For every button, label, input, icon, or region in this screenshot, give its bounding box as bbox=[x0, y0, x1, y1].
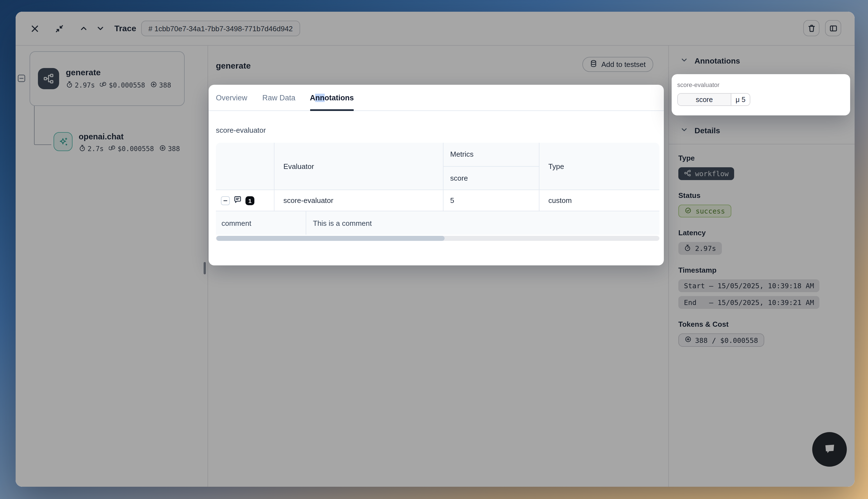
header-actions-column bbox=[216, 143, 274, 190]
header-metrics: Metrics score bbox=[443, 143, 539, 190]
row-actions-cell: 1 bbox=[216, 190, 274, 211]
row-score-cell: 5 bbox=[443, 190, 539, 211]
comment-value-cell: This is a comment bbox=[306, 211, 659, 235]
horizontal-scrollbar[interactable] bbox=[216, 236, 659, 241]
annotations-tab-content: score-evaluator Evaluator Metrics score … bbox=[209, 111, 664, 241]
table-row: 1 score-evaluator 5 custom bbox=[216, 190, 659, 211]
scrollbar-thumb[interactable] bbox=[216, 236, 445, 241]
header-evaluator: Evaluator bbox=[274, 143, 443, 190]
row-type-cell: custom bbox=[539, 190, 659, 211]
comment-label-cell: comment bbox=[216, 211, 306, 235]
trace-window: Trace # 1cbb70e7-34a1-7bb7-3498-771b7d46… bbox=[16, 12, 855, 487]
comment-count-badge[interactable]: 1 bbox=[245, 196, 254, 205]
annotation-evaluator-name: score-evaluator bbox=[677, 82, 845, 88]
stage: Trace # 1cbb70e7-34a1-7bb7-3498-771b7d46… bbox=[0, 0, 868, 499]
tab-overview[interactable]: Overview bbox=[216, 85, 248, 110]
span-tabs-card: Overview Raw Data Annotations score-eval… bbox=[209, 85, 664, 265]
row-evaluator-cell: score-evaluator bbox=[274, 190, 443, 211]
tab-raw-data[interactable]: Raw Data bbox=[263, 85, 296, 110]
header-type: Type bbox=[539, 143, 659, 190]
score-metric-value: μ 5 bbox=[731, 94, 750, 105]
tab-label-part: otations bbox=[325, 93, 354, 102]
tabs-row: Overview Raw Data Annotations bbox=[209, 85, 664, 111]
comment-row: comment This is a comment bbox=[216, 211, 659, 235]
annotation-score-card: score-evaluator score μ 5 bbox=[672, 74, 850, 115]
evaluator-section-title: score-evaluator bbox=[216, 126, 659, 134]
header-metrics-label: Metrics bbox=[444, 143, 539, 167]
annotations-table: Evaluator Metrics score Type 1 bbox=[216, 143, 659, 241]
score-metric-label[interactable]: score bbox=[678, 94, 731, 105]
collapse-row-button[interactable] bbox=[221, 196, 230, 205]
tab-annotations[interactable]: Annotations bbox=[310, 85, 354, 110]
table-header: Evaluator Metrics score Type bbox=[216, 143, 659, 190]
score-metric-pill: score μ 5 bbox=[677, 93, 750, 106]
comment-icon[interactable] bbox=[233, 195, 242, 206]
tab-label-selection: nn bbox=[315, 93, 325, 102]
tab-label-part: A bbox=[310, 93, 315, 102]
header-metric-score: score bbox=[444, 167, 539, 190]
